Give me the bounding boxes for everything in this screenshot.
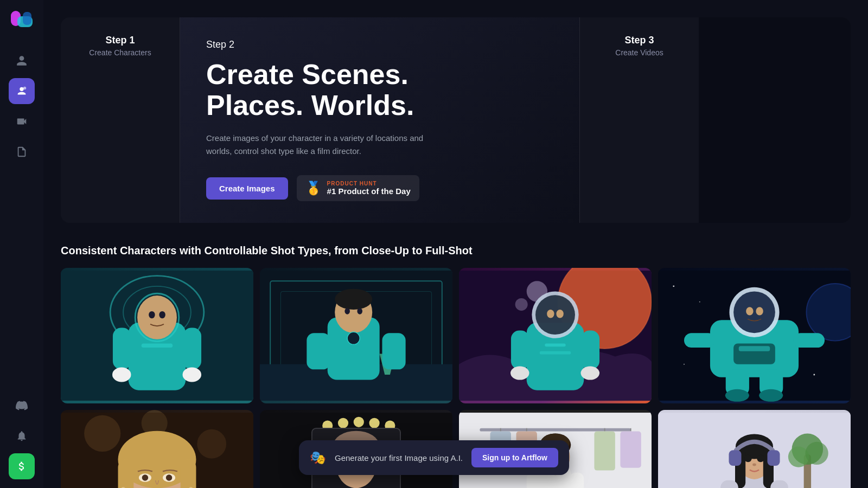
step1-label: Create Characters bbox=[89, 48, 151, 57]
svg-point-3 bbox=[20, 87, 23, 91]
svg-rect-138 bbox=[767, 451, 780, 466]
svg-point-87 bbox=[338, 418, 348, 428]
svg-point-89 bbox=[369, 418, 379, 428]
svg-rect-137 bbox=[729, 451, 741, 466]
svg-point-129 bbox=[806, 442, 828, 465]
hero-step2: Step 2 Create Scenes. Places. Worlds. Cr… bbox=[180, 17, 579, 223]
product-hunt-badge[interactable]: 🥇 PRODUCT HUNT #1 Product of the Day bbox=[297, 175, 419, 201]
svg-rect-41 bbox=[545, 344, 565, 347]
step2-number: Step 2 bbox=[206, 39, 553, 50]
hero-banner: Step 1 Create Characters Step 2 Create S… bbox=[61, 17, 851, 223]
hero-title: Create Scenes. Places. Worlds. bbox=[206, 59, 553, 121]
svg-point-58 bbox=[733, 292, 775, 333]
svg-point-39 bbox=[547, 310, 554, 318]
svg-point-59 bbox=[746, 307, 753, 316]
step3-label: Create Videos bbox=[615, 48, 663, 57]
svg-rect-42 bbox=[540, 351, 571, 355]
svg-rect-77 bbox=[118, 460, 134, 488]
svg-point-135 bbox=[744, 455, 751, 462]
svg-point-68 bbox=[759, 389, 783, 402]
svg-point-4 bbox=[23, 87, 27, 90]
svg-rect-13 bbox=[142, 344, 173, 348]
svg-rect-112 bbox=[620, 432, 641, 468]
svg-point-139 bbox=[752, 464, 756, 466]
gallery-item[interactable] bbox=[260, 268, 452, 403]
sidebar-item-user[interactable] bbox=[9, 48, 35, 74]
svg-rect-29 bbox=[307, 333, 330, 370]
svg-rect-43 bbox=[511, 331, 529, 370]
gallery-item[interactable] bbox=[658, 268, 851, 403]
svg-rect-104 bbox=[480, 428, 630, 432]
svg-point-27 bbox=[357, 309, 362, 315]
gallery-item[interactable] bbox=[658, 410, 851, 488]
svg-point-12 bbox=[159, 311, 165, 318]
svg-point-128 bbox=[788, 447, 809, 467]
svg-point-49 bbox=[699, 301, 700, 303]
bottom-bar: 🎭 Generate your first Image using A.I. S… bbox=[299, 440, 569, 475]
create-images-button[interactable]: Create Images bbox=[206, 177, 288, 200]
svg-rect-61 bbox=[684, 333, 716, 348]
svg-point-82 bbox=[166, 475, 173, 481]
hero-step3: Step 3 Create Videos bbox=[579, 17, 699, 223]
svg-rect-78 bbox=[181, 460, 196, 488]
svg-rect-30 bbox=[382, 333, 405, 370]
sidebar-item-document[interactable] bbox=[9, 139, 35, 165]
svg-rect-14 bbox=[113, 328, 131, 370]
bottom-bar-icon: 🎭 bbox=[310, 450, 326, 465]
svg-point-88 bbox=[354, 417, 364, 427]
svg-point-46 bbox=[581, 367, 600, 380]
svg-rect-62 bbox=[793, 333, 825, 348]
svg-rect-2 bbox=[23, 12, 31, 25]
step1-number: Step 1 bbox=[105, 35, 135, 46]
svg-point-52 bbox=[684, 364, 685, 365]
product-hunt-label: PRODUCT HUNT bbox=[327, 181, 411, 187]
bottom-bar-text: Generate your first Image using A.I. bbox=[335, 453, 463, 463]
gallery-item[interactable] bbox=[459, 268, 652, 403]
svg-rect-120 bbox=[527, 473, 541, 488]
svg-point-48 bbox=[673, 286, 674, 287]
sidebar-item-video[interactable] bbox=[9, 108, 35, 134]
svg-rect-121 bbox=[569, 473, 584, 488]
svg-point-16 bbox=[112, 368, 131, 382]
hero-actions: Create Images 🥇 PRODUCT HUNT #1 Product … bbox=[206, 175, 553, 201]
sidebar-item-character[interactable] bbox=[9, 78, 35, 104]
sidebar-item-notifications[interactable] bbox=[9, 423, 35, 449]
svg-point-35 bbox=[515, 298, 528, 311]
signup-button[interactable]: Sign up to Artflow bbox=[471, 448, 558, 467]
hero-title-line2: Places. Worlds. bbox=[206, 89, 414, 121]
hero-title-line1: Create Scenes. bbox=[206, 59, 409, 90]
svg-point-45 bbox=[510, 367, 529, 380]
gallery-item[interactable] bbox=[61, 268, 253, 403]
sidebar-item-credits[interactable] bbox=[9, 453, 35, 479]
svg-point-17 bbox=[183, 368, 202, 382]
svg-point-81 bbox=[142, 475, 149, 481]
hero-step1: Step 1 Create Characters bbox=[61, 17, 180, 223]
svg-rect-44 bbox=[581, 331, 599, 370]
svg-rect-15 bbox=[183, 328, 201, 370]
svg-point-67 bbox=[725, 389, 749, 402]
svg-point-136 bbox=[757, 455, 764, 462]
main-content: Step 1 Create Characters Step 2 Create S… bbox=[43, 0, 868, 488]
svg-point-9 bbox=[137, 296, 177, 339]
svg-point-53 bbox=[813, 374, 815, 376]
product-hunt-title: #1 Product of the Day bbox=[327, 187, 411, 196]
svg-point-40 bbox=[556, 310, 563, 318]
sidebar-item-discord[interactable] bbox=[9, 393, 35, 419]
svg-point-11 bbox=[149, 311, 155, 318]
hero-right-panel bbox=[699, 17, 851, 223]
medal-icon: 🥇 bbox=[305, 181, 322, 196]
hero-description: Create images of your character in a var… bbox=[206, 132, 434, 158]
step3-number: Step 3 bbox=[624, 35, 654, 46]
svg-point-38 bbox=[535, 296, 575, 335]
svg-rect-64 bbox=[739, 346, 770, 352]
svg-point-28 bbox=[347, 332, 360, 345]
svg-rect-110 bbox=[594, 432, 615, 471]
svg-point-26 bbox=[344, 309, 350, 315]
gallery-title: Consistent Characters with Controllable … bbox=[61, 245, 851, 257]
app-logo[interactable] bbox=[9, 9, 35, 35]
sidebar bbox=[0, 0, 43, 488]
svg-point-60 bbox=[756, 307, 763, 316]
svg-point-25 bbox=[335, 289, 372, 310]
gallery-item[interactable] bbox=[61, 410, 253, 488]
